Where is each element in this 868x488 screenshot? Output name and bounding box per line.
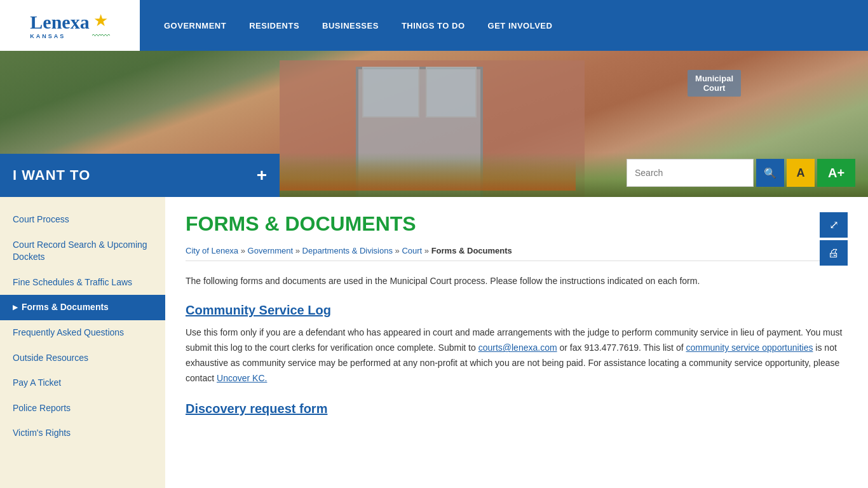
breadcrumb-departments[interactable]: Departments & Divisions [302,246,393,255]
nav-item-things-to-do[interactable]: THINGS TO DO [390,0,477,51]
action-icons: ⤢ 🖨 [820,212,848,266]
sidebar-item-pay-ticket[interactable]: Pay A Ticket [0,370,165,396]
breadcrumb-sep-2: » [295,246,302,255]
breadcrumb-government[interactable]: Government [248,246,294,255]
community-service-text-2: or fax 913.477.7619. This list of [559,342,686,353]
share-icon: ⤢ [829,218,839,232]
sidebar-item-court-record[interactable]: Court Record Search & Upcoming Dockets [0,233,165,270]
building-sign: MunicipalCourt [688,70,741,97]
sidebar-item-forms-documents[interactable]: Forms & Documents [0,295,165,320]
print-button[interactable]: 🖨 [820,240,848,266]
breadcrumb-court[interactable]: Court [402,246,422,255]
breadcrumb-sep-3: » [395,246,402,255]
sidebar-item-fine-schedules[interactable]: Fine Schedules & Traffic Laws [0,270,165,295]
breadcrumb-sep-4: » [424,246,431,255]
community-service-opportunities-link[interactable]: community service opportunities [686,342,813,353]
share-button[interactable]: ⤢ [820,212,848,238]
search-input[interactable] [627,159,754,187]
sidebar-item-police-reports[interactable]: Police Reports [0,396,165,421]
nav-item-get-involved[interactable]: GET INVOLVED [477,0,564,51]
sidebar-item-court-process[interactable]: Court Process [0,207,165,233]
sidebar-item-outside-resources[interactable]: Outside Resources [0,346,165,371]
want-to-plus-icon: + [257,165,267,186]
want-to-bar[interactable]: I WANT TO + [0,154,280,197]
font-size-increase-button[interactable]: A+ [817,159,855,187]
logo[interactable]: Lenexa KANSAS ★ 〰〰 [0,0,140,51]
nav-item-residents[interactable]: RESIDENTS [238,0,311,51]
sidebar: Court Process Court Record Search & Upco… [0,197,165,488]
want-to-label: I WANT TO [13,167,90,184]
breadcrumb: City of Lenexa » Government » Department… [186,246,848,261]
main-nav: GOVERNMENT RESIDENTS BUSINESSES THINGS T… [140,0,868,51]
logo-state-name: KANSAS [30,33,89,39]
nav-item-businesses[interactable]: BUSINESSES [311,0,390,51]
section-community-service-title[interactable]: Community Service Log [186,303,848,318]
breadcrumb-sep-1: » [241,246,248,255]
font-decrease-label: A [797,166,805,179]
section-discovery-title[interactable]: Discovery request form [186,402,848,416]
print-icon: 🖨 [828,247,839,260]
search-area: 🔍 A A+ [614,149,868,197]
search-icon: 🔍 [764,167,776,179]
site-header: Lenexa KANSAS ★ 〰〰 GOVERNMENT RESIDENTS … [0,0,868,51]
logo-city-name: Lenexa [30,11,89,33]
breadcrumb-city[interactable]: City of Lenexa [186,246,238,255]
logo-star-icon: ★ [93,11,108,30]
hero-section: MunicipalCourt I WANT TO + 🔍 A A+ [0,51,868,197]
page-title: FORMS & DOCUMENTS [186,212,848,236]
search-button[interactable]: 🔍 [756,159,784,187]
nav-item-government[interactable]: GOVERNMENT [153,0,238,51]
main-content: ⤢ 🖨 FORMS & DOCUMENTS City of Lenexa » G… [165,197,868,488]
sidebar-item-victims-rights[interactable]: Victim's Rights [0,421,165,446]
section-community-service-body: Use this form only if you are a defendan… [186,325,848,386]
breadcrumb-current: Forms & Documents [431,246,512,255]
logo-wave-icon: 〰〰 [92,30,110,41]
sidebar-item-faq[interactable]: Frequently Asked Questions [0,320,165,346]
courts-email-link[interactable]: courts@lenexa.com [478,342,557,353]
main-container: Court Process Court Record Search & Upco… [0,197,868,488]
font-size-decrease-button[interactable]: A [787,159,815,187]
uncover-kc-link[interactable]: Uncover KC. [217,373,267,383]
intro-text: The following forms and documents are us… [186,274,848,288]
